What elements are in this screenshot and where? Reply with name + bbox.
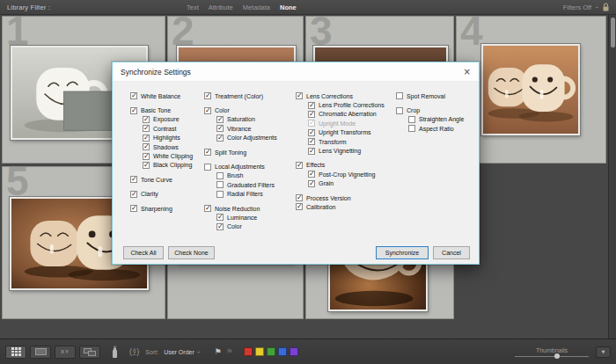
checkbox-row-aspect-ratio[interactable]: Aspect Ratio bbox=[408, 124, 464, 133]
checkbox[interactable]: ✓ bbox=[216, 116, 224, 123]
pick-flag-icon[interactable]: ⚑ bbox=[215, 347, 222, 356]
checkbox[interactable] bbox=[216, 181, 224, 188]
color-label-yellow[interactable] bbox=[255, 347, 264, 356]
check-all-button[interactable]: Check All bbox=[123, 246, 164, 259]
checkbox-row-transform[interactable]: ✓Transform bbox=[308, 137, 385, 146]
checkbox[interactable]: ✓ bbox=[308, 138, 315, 145]
checkbox-row-crop[interactable]: Crop bbox=[396, 106, 464, 114]
checkbox[interactable]: ✓ bbox=[143, 125, 150, 132]
checkbox-row-spot-removal[interactable]: Spot Removal bbox=[396, 91, 464, 100]
loupe-view-button[interactable] bbox=[30, 346, 51, 359]
checkbox-row-color[interactable]: ✓Color bbox=[216, 222, 277, 231]
checkbox[interactable] bbox=[408, 116, 415, 123]
checkbox[interactable]: ✓ bbox=[204, 205, 211, 212]
checkbox[interactable]: ✓ bbox=[204, 107, 211, 114]
color-label-green[interactable] bbox=[267, 347, 275, 356]
survey-view-button[interactable] bbox=[79, 346, 100, 359]
checkbox[interactable]: ✓ bbox=[308, 171, 315, 178]
checkbox[interactable] bbox=[396, 107, 403, 114]
checkbox-row-black-clipping[interactable]: ✓Black Clipping bbox=[143, 161, 193, 170]
checkbox-row-local-adjustments[interactable]: Local Adjustments bbox=[204, 162, 277, 171]
checkbox-row-white-balance[interactable]: ✓White Balance bbox=[130, 91, 193, 100]
filter-tab-attribute[interactable]: Attribute bbox=[209, 4, 233, 11]
checkbox-row-split-toning[interactable]: ✓Split Toning bbox=[204, 148, 277, 157]
checkbox[interactable]: ✓ bbox=[216, 135, 224, 142]
checkbox-row-treatment-color[interactable]: ✓Treatment (Color) bbox=[204, 91, 277, 100]
close-icon[interactable]: × bbox=[464, 68, 471, 76]
checkbox[interactable]: ✓ bbox=[308, 180, 315, 187]
checkbox[interactable]: ✓ bbox=[296, 92, 303, 99]
checkbox[interactable]: ✓ bbox=[143, 153, 150, 160]
checkbox[interactable]: ✓ bbox=[143, 162, 150, 169]
checkbox[interactable]: ✓ bbox=[143, 135, 150, 142]
checkbox-row-graduated-filters[interactable]: Graduated Filters bbox=[216, 180, 277, 189]
check-none-button[interactable]: Check None bbox=[168, 246, 215, 259]
checkbox[interactable]: ✓ bbox=[204, 149, 211, 156]
checkbox-row-vibrance[interactable]: ✓Vibrance bbox=[216, 124, 277, 133]
checkbox-row-contrast[interactable]: ✓Contrast bbox=[143, 124, 193, 133]
checkbox-row-white-clipping[interactable]: ✓White Clipping bbox=[143, 151, 193, 160]
checkbox-row-lens-profile-corrections[interactable]: ✓Lens Profile Corrections bbox=[308, 100, 385, 109]
checkbox-row-lens-corrections[interactable]: ✓Lens Corrections bbox=[296, 91, 385, 100]
color-label-purple[interactable] bbox=[290, 347, 298, 356]
checkbox-row-brush[interactable]: Brush bbox=[216, 171, 277, 180]
checkbox-row-exposure[interactable]: ✓Exposure bbox=[143, 115, 193, 124]
checkbox-row-sharpening[interactable]: ✓Sharpening bbox=[130, 204, 193, 213]
painter-spray-can-button[interactable] bbox=[111, 346, 119, 359]
cancel-button[interactable]: Cancel bbox=[433, 246, 470, 259]
checkbox[interactable]: ✓ bbox=[216, 214, 224, 221]
filter-lock-icon[interactable] bbox=[602, 3, 610, 12]
checkbox[interactable] bbox=[396, 92, 403, 99]
checkbox[interactable]: ✓ bbox=[308, 111, 315, 118]
checkbox-row-post-crop-vignetting[interactable]: ✓Post-Crop Vignetting bbox=[308, 170, 385, 178]
checkbox-row-saturation[interactable]: ✓Saturation bbox=[216, 115, 277, 124]
checkbox-row-color-adjustments[interactable]: ✓Color Adjustments bbox=[216, 134, 277, 142]
checkbox-row-upright-transforms[interactable]: ✓Upright Transforms bbox=[308, 128, 385, 137]
checkbox[interactable] bbox=[216, 172, 224, 179]
checkbox-row-process-version[interactable]: ✓Process Version bbox=[296, 193, 385, 202]
checkbox-row-highlights[interactable]: ✓Highlights bbox=[143, 134, 193, 142]
checkbox-row-noise-reduction[interactable]: ✓Noise Reduction bbox=[204, 204, 277, 213]
checkbox-row-grain[interactable]: ✓Grain bbox=[308, 179, 385, 188]
checkbox-row-calibration[interactable]: ✓Calibration bbox=[296, 202, 385, 211]
reject-flag-icon[interactable]: ⚑ bbox=[226, 347, 233, 356]
checkbox-row-straighten-angle[interactable]: Straighten Angle bbox=[408, 115, 464, 124]
checkbox-row-chromatic-aberration[interactable]: ✓Chromatic Aberration bbox=[308, 110, 385, 119]
checkbox[interactable] bbox=[204, 164, 211, 171]
checkbox[interactable]: ✓ bbox=[308, 102, 315, 109]
checkbox-row-luminance[interactable]: ✓Luminance bbox=[216, 213, 277, 222]
checkbox-row-effects[interactable]: ✓Effects bbox=[296, 161, 385, 170]
thumbnail-size-slider[interactable] bbox=[515, 356, 589, 357]
synchronize-button[interactable]: Synchronize bbox=[376, 246, 429, 259]
color-label-blue[interactable] bbox=[278, 347, 287, 356]
checkbox[interactable]: ✓ bbox=[130, 205, 137, 212]
compare-view-button[interactable]: XY bbox=[55, 346, 76, 359]
filters-status[interactable]: Filters Off ÷ bbox=[563, 0, 610, 15]
sort-order-dropdown[interactable]: User Order bbox=[164, 349, 194, 355]
checkbox[interactable]: ✓ bbox=[130, 107, 137, 114]
color-label-red[interactable] bbox=[244, 347, 253, 356]
checkbox[interactable]: ✓ bbox=[296, 203, 303, 210]
checkbox[interactable]: ✓ bbox=[308, 148, 315, 155]
grid-view-button[interactable] bbox=[5, 346, 26, 359]
checkbox-row-tone-curve[interactable]: ✓Tone Curve bbox=[130, 175, 193, 184]
checkbox[interactable]: ✓ bbox=[296, 194, 303, 201]
checkbox[interactable]: ✓ bbox=[130, 191, 137, 198]
slider-knob[interactable] bbox=[554, 353, 560, 359]
checkbox[interactable]: ✓ bbox=[130, 176, 137, 183]
scrollbar-thumb[interactable] bbox=[611, 18, 615, 47]
checkbox-row-color[interactable]: ✓Color bbox=[204, 106, 277, 114]
checkbox[interactable]: ✓ bbox=[216, 223, 224, 230]
photo-thumbnail[interactable] bbox=[481, 44, 580, 135]
checkbox-row-basic-tone[interactable]: ✓Basic Tone bbox=[130, 106, 193, 114]
dialog-titlebar[interactable]: Synchronize Settings × bbox=[113, 62, 479, 82]
checkbox[interactable] bbox=[216, 191, 224, 198]
checkbox-row-shadows[interactable]: ✓Shadows bbox=[143, 142, 193, 151]
checkbox[interactable]: ✓ bbox=[143, 116, 150, 123]
filter-tab-metadata[interactable]: Metadata bbox=[243, 4, 270, 11]
checkbox[interactable]: ✓ bbox=[130, 92, 137, 99]
checkbox[interactable]: ✓ bbox=[308, 129, 315, 136]
sort-direction-button[interactable]: ( AZ ) bbox=[129, 348, 139, 356]
checkbox[interactable] bbox=[408, 125, 415, 132]
grid-scrollbar[interactable] bbox=[608, 15, 616, 339]
